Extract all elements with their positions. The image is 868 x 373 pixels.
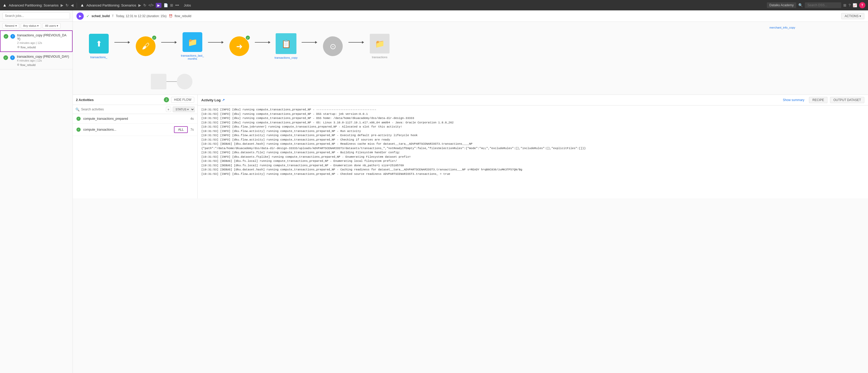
logo-icon: ▲ (3, 3, 7, 7)
activity-status-icon: ✓ (76, 116, 81, 121)
run-button[interactable]: ▶ (156, 3, 161, 8)
job-tag-label: flow_rebuild (21, 46, 36, 49)
show-summary-button[interactable]: Show summary (781, 97, 807, 103)
status-select[interactable]: STATUS ▾ (173, 106, 195, 112)
filter-newest-button[interactable]: Newest ▾ (3, 23, 19, 29)
activities-count: 2 (164, 97, 169, 102)
apps-icon[interactable]: ⊞ (843, 3, 846, 7)
job-list-item[interactable]: ✓ T transactions_copy (PREVIOUS_DAY) 2 m… (0, 30, 72, 52)
logo-icon-right: ▲ (80, 3, 84, 7)
log-line: [19:31:53] [DEBUG] [dku.dataset.hash] ru… (201, 168, 864, 172)
node-strip: ⬆ transactions_ 🖌 ✓ (83, 32, 395, 60)
job-time-info: Today, 12:31 to 12:32 (duration: 15s) (116, 14, 166, 18)
bottom-nodes (151, 74, 192, 89)
external-link-icon[interactable]: ↗ (222, 98, 225, 102)
connector-1 (115, 41, 130, 44)
global-search-input[interactable] (805, 2, 841, 8)
job-header: ▶ ✓ sched_build T Today, 12:31 to 12:32 … (73, 10, 868, 22)
clock-icon: ⏰ (169, 14, 173, 18)
recipe-node-1: 🖌 ✓ (136, 36, 155, 56)
log-header: Activity Log ↗ Show summary RECIPE OUTPU… (198, 95, 868, 105)
jobs-button[interactable]: Jobs (181, 3, 193, 8)
flow-node-recipe-grey: ⊙ (317, 36, 348, 56)
filter-users-button[interactable]: All users ▾ (43, 23, 61, 29)
activity-duration: 4s (190, 117, 194, 121)
job-status-icon: ✓ (4, 34, 8, 39)
node-label-transactions: transactions_ (90, 56, 107, 59)
job-header-info: ✓ sched_build T Today, 12:31 to 12:32 (d… (86, 14, 839, 18)
log-line: [19:31:53] [INFO] [dku] running compute_… (201, 116, 864, 121)
activity-status-icon: ✓ (76, 128, 81, 132)
activities-title: 2 Activities (76, 98, 162, 102)
nav-back-icon[interactable]: ◀ (71, 3, 73, 7)
trend-icon[interactable]: 📈 (852, 3, 857, 7)
activities-search-bar: 🔍 ≡ STATUS ▾ (73, 105, 197, 114)
job-header-name: sched_build (92, 14, 110, 18)
academy-button[interactable]: Dataiku Academy (767, 2, 796, 8)
node-label-transactions-copy: transactions_copy (275, 56, 298, 59)
job-run-button[interactable]: ▶ (76, 12, 84, 20)
nav-code-icon[interactable]: </> (149, 3, 154, 7)
sort-button[interactable]: ≡ (166, 107, 171, 112)
job-list: ✓ T transactions_copy (PREVIOUS_DAY) 2 m… (0, 30, 72, 373)
job-name: transactions_copy (PREVIOUS_DAY) (17, 55, 69, 59)
log-line: {"path":"/data/home/dkuacademy/dss/data-… (201, 146, 864, 151)
flow-node-transactions-copy: 📋 transactions_copy (271, 33, 302, 59)
nav-grid-icon[interactable]: ⊞ (170, 3, 173, 7)
activity-all-badge: ALL (174, 126, 188, 133)
nav-refresh-icon[interactable]: ↻ (65, 3, 69, 7)
sidebar-search-area (0, 10, 72, 22)
left-app-title: Advanced Partitioning: Scenarios (9, 3, 59, 7)
hide-flow-button[interactable]: HIDE FLOW (171, 97, 194, 103)
job-meta: 4 minutes ago | 12s (17, 59, 69, 62)
search-icon-activities: 🔍 (75, 107, 80, 111)
help-icon[interactable]: ? (848, 3, 850, 7)
log-line: [19:31:53] [DEBUG] [dku.dataset.hash] ru… (201, 142, 864, 146)
dataset-node-end: 📁 (370, 34, 390, 54)
connector-2 (161, 41, 177, 44)
dataset-node-transactions-copy: 📋 (276, 33, 297, 54)
job-user-avatar: T (10, 34, 15, 39)
log-content: [19:31:53] [INFO] [dku] running compute_… (198, 105, 868, 198)
merchant-info-label: merchant_info_copy (770, 26, 795, 29)
connector-3 (208, 41, 224, 44)
recipe-button[interactable]: RECIPE (809, 97, 828, 103)
log-line: [19:31:53] [INFO] [dku] running compute_… (201, 112, 864, 116)
main-layout: Newest ▾ Any status ▾ All users ▾ ✓ T tr… (0, 10, 868, 373)
job-tag: ⚙ flow_rebuild (17, 63, 36, 67)
job-success-icon: ✓ (86, 14, 89, 18)
activity-row[interactable]: ✓ compute_transactions_prepared 4s (73, 114, 197, 124)
grey-recipe-icon: ⊙ (330, 42, 336, 51)
job-meta: 2 minutes ago | 12s (17, 41, 69, 44)
jobs-search-input[interactable] (3, 12, 70, 19)
activity-row[interactable]: ✓ compute_transactions... ALL 7s (73, 124, 197, 136)
output-dataset-button[interactable]: OUTPUT DATASET (830, 97, 864, 103)
job-user-avatar: T (10, 55, 15, 60)
actions-button[interactable]: ACTIONS ▾ (841, 13, 864, 19)
nav-more-icon[interactable]: ••• (175, 3, 179, 7)
check-badge-2: ✓ (245, 35, 250, 40)
nav-arrow-icon-2[interactable]: ▶ (138, 3, 141, 7)
log-line: [19:31:53] [INFO] [dku] running compute_… (201, 107, 864, 112)
job-list-item[interactable]: ✓ T transactions_copy (PREVIOUS_DAY) 4 m… (0, 52, 72, 69)
activity-log-label: Activity Log (201, 98, 220, 102)
log-line: [19:31:53] [INFO] [dku.flow.activity] ru… (201, 129, 864, 134)
nav-doc-icon[interactable]: 📄 (163, 3, 168, 7)
activity-list: ✓ compute_transactions_prepared 4s ✓ com… (73, 114, 197, 198)
filter-status-button[interactable]: Any status ▾ (21, 23, 41, 29)
log-line: [19:31:53] [INFO] [dku] running compute_… (201, 121, 864, 125)
connector-6 (348, 41, 364, 44)
recipe-node-grey: ⊙ (323, 36, 343, 56)
activities-search-input[interactable] (81, 107, 164, 111)
top-navigation: ▲ Advanced Partitioning: Scenarios ▶ ↻ ◀… (0, 0, 868, 10)
nav-arrow-icon[interactable]: ▶ (61, 3, 63, 7)
search-icon: 🔍 (798, 3, 803, 7)
nav-refresh-icon-2[interactable]: ↻ (143, 3, 146, 7)
job-tag: ⚙ flow_rebuild (17, 45, 36, 49)
log-line: [19:31:53] [INFO] [dku.datasets.file] ru… (201, 150, 864, 155)
flow-node-recipe1: 🖌 ✓ (130, 36, 161, 56)
user-avatar[interactable]: T (859, 2, 865, 8)
recipe-node-2: ➜ ✓ (229, 36, 249, 56)
log-panel: Activity Log ↗ Show summary RECIPE OUTPU… (198, 95, 868, 198)
flow-area: merchant_info_copy ⬆ transactions_ (73, 22, 868, 373)
